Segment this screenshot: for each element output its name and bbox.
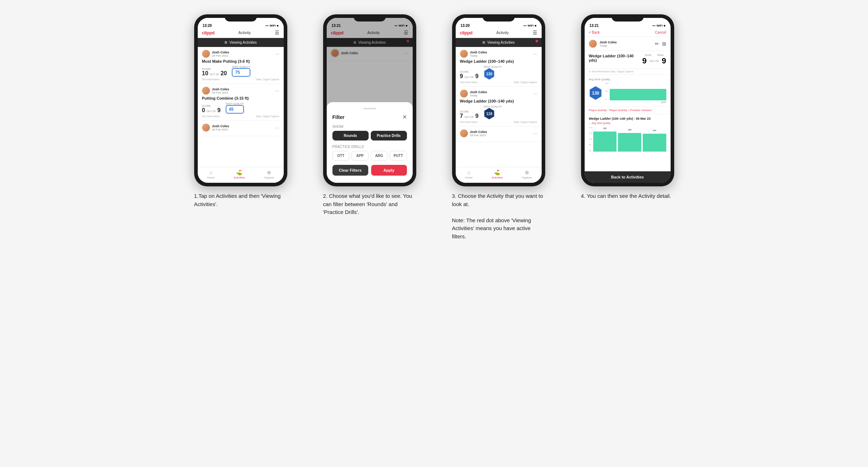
signal-icon-3: ▪▪▪	[523, 24, 527, 27]
filter-close-2[interactable]: ✕	[402, 114, 407, 120]
home-label-1: Home	[207, 176, 215, 179]
viewing-bar-1[interactable]: ⚙ Viewing Activities	[198, 38, 284, 47]
avatar-1-1	[202, 50, 210, 58]
wifi-icon-4: WiFi	[657, 24, 663, 27]
card-stats-1-1: Score 10 OUT OF 20 Shot Quality 75	[202, 66, 279, 77]
card-footer-1-1: Test Information Data: Clippd Capture	[202, 78, 279, 81]
ott-btn-2[interactable]: OTT	[332, 151, 350, 161]
cancel-btn-4[interactable]: Cancel	[655, 30, 666, 34]
edit-icon-4[interactable]: ✏	[655, 41, 659, 47]
trend-bar-4-3: 124	[643, 134, 666, 152]
user-name-4: Josh Coles	[600, 40, 617, 44]
trend-bar-4-1: 132	[593, 132, 617, 152]
card-footer-3-1: Test Information Data: Clippd Capture	[460, 81, 537, 84]
nav-activities-3[interactable]: ⛳ Activities	[491, 170, 503, 179]
card-footer-1-2: Test Information Data: Clippd Capture	[202, 115, 279, 118]
apply-btn-2[interactable]: Apply	[371, 165, 407, 176]
activity-card-1-1[interactable]: Josh Coles 28 Feb 2023 ··· Must Make Put…	[198, 47, 284, 84]
card-title-1-2: Putting Combine (3-15 ft)	[202, 96, 279, 100]
chart-bars-4	[610, 82, 666, 100]
practice-session-label-4: Player Activity › Player Activity > Prac…	[585, 107, 671, 114]
screen-content-3: Josh Coles Today ··· Wedge Ladder (100–1…	[456, 47, 542, 167]
activity-card-3-1[interactable]: Josh Coles Today ··· Wedge Ladder (100–1…	[456, 47, 542, 87]
bottom-nav-1: ⌂ Home ⛳ Activities ⊕ Capture	[198, 167, 284, 183]
card-header-1-1: Josh Coles 28 Feb 2023 ···	[202, 50, 279, 58]
nav-home-3[interactable]: ⌂ Home	[465, 170, 473, 179]
battery-icon-4: ■	[664, 24, 666, 27]
user-date-4: Today	[600, 44, 617, 47]
card-stats-3-2: Score 7 OUT OF 9 Shot Quality 118	[460, 105, 537, 119]
filter-sheet-2: Filter ✕ Show Rounds Practice Drills Pra…	[327, 102, 413, 183]
nav-capture-3[interactable]: ⊕ Capture	[522, 170, 532, 179]
user-name-3-1: Josh Coles	[470, 51, 487, 54]
user-info-1-1: Josh Coles 28 Feb 2023	[212, 51, 229, 57]
user-date-3-2: Today	[470, 94, 487, 97]
footer-left-1-1: Test Information	[202, 78, 220, 81]
sq-label-1-1: Shot Quality	[232, 66, 250, 68]
footer-right-1-1: Data: Clippd Capture	[256, 78, 279, 81]
back-to-activities-4[interactable]: Back to Activities	[585, 171, 671, 183]
nav-activities-1[interactable]: ⛳ Activities	[234, 170, 245, 179]
logo-3: clippd	[460, 30, 473, 35]
card-dots-1-3[interactable]: ···	[275, 125, 279, 130]
detail-score-4: 9	[642, 56, 647, 66]
card-stats-1-2: Score 0 OUT OF 9 Shot Quality 45	[202, 103, 279, 114]
wifi-icon: WiFi	[270, 24, 276, 27]
filter-actions-2: Clear Filters Apply	[332, 165, 407, 176]
user-date-1-1: 28 Feb 2023	[212, 54, 229, 57]
detail-chart-section-4: Avg Shot Quality 130 100 50 0	[585, 75, 671, 107]
bar-app-4	[610, 89, 666, 101]
user-name-1-2: Josh Coles	[212, 87, 229, 91]
footer-right-1-2: Data: Clippd Capture	[256, 115, 279, 118]
card-title-1-1: Must Make Putting (3-6 ft)	[202, 59, 279, 63]
nav-home-1[interactable]: ⌂ Home	[207, 170, 215, 179]
activity-card-1-3: Josh Coles 28 Feb 2023 ···	[198, 121, 284, 136]
filter-handle-2	[363, 108, 376, 109]
rounds-btn-2[interactable]: Rounds	[332, 131, 369, 140]
avatar-3-1	[460, 50, 468, 58]
phone-1: 13:20 ▪▪▪ WiFi ■ clippd Activity ☰ ⚙ V	[194, 14, 287, 186]
user-name-3-3: Josh Coles	[470, 130, 487, 134]
description-3: 3. Choose the Activity that you want to …	[452, 192, 545, 240]
status-time-1: 13:20	[203, 24, 212, 28]
status-time-4: 13:21	[590, 24, 599, 28]
user-date-3-1: Today	[470, 54, 487, 57]
user-name-1-3: Josh Coles	[212, 124, 229, 128]
expand-icon-4[interactable]: ⊞	[662, 41, 666, 47]
column-3: 13:20 ▪▪▪ WiFi ■ clippd Activity ☰ ⚙ V	[441, 14, 556, 240]
wifi-icon-3: WiFi	[528, 24, 534, 27]
card-header-3-2: Josh Coles Today ···	[460, 90, 537, 97]
app-btn-2[interactable]: APP	[351, 151, 369, 161]
filter-settings-icon-1: ⚙	[224, 40, 227, 44]
logo-1: clippd	[202, 30, 215, 35]
card-dots-3-1[interactable]: ···	[533, 51, 537, 56]
avatar-4	[589, 40, 597, 48]
card-dots-3-2[interactable]: ···	[533, 91, 537, 96]
practice-drills-btn-2[interactable]: Practice Drills	[371, 131, 407, 140]
card-dots-1-1[interactable]: ···	[275, 51, 279, 56]
activity-card-1-2[interactable]: Josh Coles 28 Feb 2023 ··· Putting Combi…	[198, 84, 284, 121]
back-btn-4[interactable]: < Back	[589, 30, 600, 34]
phone-inner-1: 13:20 ▪▪▪ WiFi ■ clippd Activity ☰ ⚙ V	[198, 18, 284, 183]
activity-card-3-2[interactable]: Josh Coles Today ··· Wedge Ladder (100–1…	[456, 87, 542, 127]
card-title-3-1: Wedge Ladder (100–140 yds)	[460, 59, 537, 63]
trend-subtitle-4: --- Avg Shot Quality	[589, 122, 666, 124]
clear-filters-btn-2[interactable]: Clear Filters	[332, 165, 368, 176]
avg-sq-label-4: Avg Shot Quality	[589, 78, 666, 81]
filter-show-row-2: Rounds Practice Drills	[332, 131, 407, 140]
status-icons-4: ▪▪▪ WiFi ■	[652, 24, 665, 27]
arg-btn-2[interactable]: ARG	[371, 151, 388, 161]
score-label-1-1: Score	[202, 68, 227, 70]
red-dot-3	[536, 40, 538, 42]
card-user-info-1-2: Josh Coles 28 Feb 2023	[202, 87, 229, 95]
score-value-1-2: 0 OUT OF 9	[202, 107, 221, 114]
putt-btn-2[interactable]: PUTT	[390, 151, 407, 161]
column-1: 13:20 ▪▪▪ WiFi ■ clippd Activity ☰ ⚙ V	[183, 14, 298, 240]
phone-notch-1	[225, 14, 257, 22]
card-dots-1-2[interactable]: ···	[275, 88, 279, 93]
menu-icon-3[interactable]: ☰	[533, 30, 537, 35]
filter-header-2: Filter ✕	[332, 114, 407, 120]
nav-capture-1[interactable]: ⊕ Capture	[264, 170, 274, 179]
viewing-bar-3[interactable]: ⚙ Viewing Activities	[456, 38, 542, 47]
menu-icon-1[interactable]: ☰	[275, 30, 279, 35]
